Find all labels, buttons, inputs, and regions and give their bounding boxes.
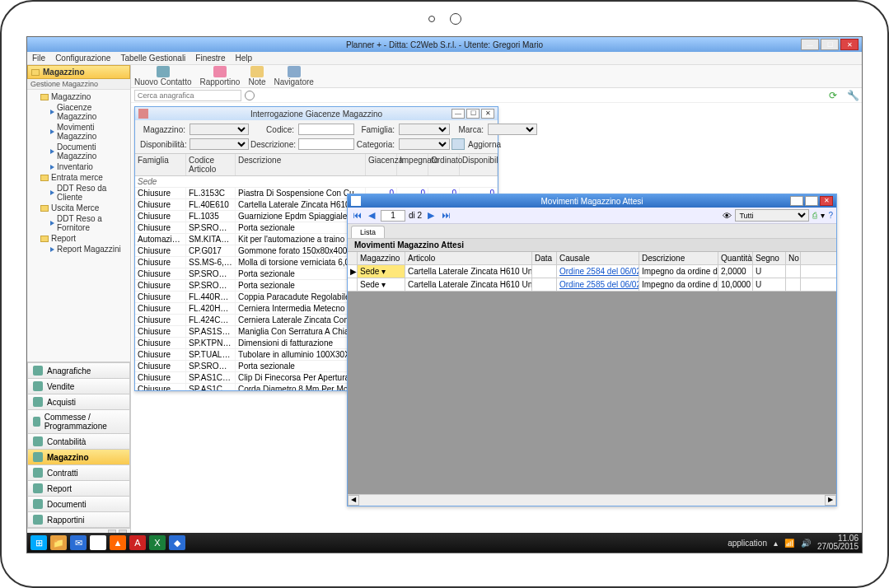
tray-icon[interactable]: ▴: [774, 539, 778, 548]
refresh-button-label[interactable]: Aggiorna: [468, 140, 501, 149]
tab-lista[interactable]: Lista: [351, 226, 385, 238]
menu-help[interactable]: Help: [235, 54, 252, 63]
menu-file[interactable]: File: [32, 54, 45, 63]
tree-node[interactable]: Movimenti Magazzino: [29, 122, 129, 142]
label-codice: Codice:: [250, 125, 297, 134]
search-input[interactable]: [134, 90, 241, 101]
module-button[interactable]: Vendite: [27, 378, 130, 394]
tree-node[interactable]: Report: [29, 233, 129, 244]
module-button[interactable]: Acquisti: [27, 394, 130, 409]
select-disponibilita[interactable]: [189, 138, 249, 150]
start-button[interactable]: ⊞: [30, 535, 47, 550]
nav-next-icon[interactable]: ▶: [425, 210, 437, 222]
scroll-left-icon[interactable]: ◀: [348, 495, 359, 506]
dialog-maximize-button[interactable]: ☐: [466, 109, 480, 119]
tree-node[interactable]: Inventario: [29, 161, 129, 172]
export-icon[interactable]: ⎙: [812, 211, 817, 220]
select-famiglia[interactable]: [399, 124, 450, 135]
module-button[interactable]: Report: [27, 480, 130, 496]
menu-config[interactable]: Configurazione: [55, 54, 110, 63]
label-marca: Marca:: [452, 125, 486, 134]
dialog-minimize-button[interactable]: —: [790, 196, 803, 206]
page-of-label: di 2: [409, 211, 422, 220]
ribbon-note[interactable]: Note: [248, 66, 265, 86]
tree-node[interactable]: DDT Reso da Cliente: [29, 183, 129, 203]
order-link[interactable]: Ordine 2584 del 06/02/2015: [557, 265, 639, 278]
label-categoria: Categoria:: [356, 140, 397, 149]
page-input[interactable]: [381, 210, 405, 222]
dialog-maximize-button[interactable]: ☐: [805, 196, 818, 206]
grid-body[interactable]: ▶Sede ▾Cartella Laterale Zincata H610 Un…: [348, 265, 836, 494]
select-categoria[interactable]: [399, 138, 450, 150]
app-icon[interactable]: ◆: [169, 535, 185, 550]
arrow-icon: [50, 129, 54, 134]
dialog-close-button[interactable]: ✕: [481, 109, 494, 119]
input-codice[interactable]: [298, 124, 354, 135]
refresh-button-icon[interactable]: [452, 138, 465, 150]
taskbar: ⊞ 📁 ✉ ◉ ▲ A X ◆ application ▴ 📶 🔊 11.06 …: [27, 533, 862, 553]
nav-prev-icon[interactable]: ◀: [366, 210, 377, 222]
menu-tables[interactable]: Tabelle Gestionali: [120, 54, 185, 63]
tree-node[interactable]: Report Magazzini: [29, 244, 129, 254]
vlc-icon[interactable]: ▲: [110, 535, 126, 550]
clock[interactable]: 11.06 27/05/2015: [817, 534, 859, 551]
tree-node[interactable]: DDT Reso a Fornitore: [29, 213, 129, 233]
settings-icon[interactable]: 🔧: [847, 90, 859, 101]
grid-header: Famiglia Codice Articolo Descrizione Gia…: [135, 154, 498, 176]
select-marca[interactable]: [488, 124, 537, 135]
module-button[interactable]: Magazzino: [27, 449, 130, 464]
module-button[interactable]: Documenti: [27, 496, 130, 511]
mail-icon[interactable]: ✉: [70, 535, 87, 550]
table-row[interactable]: Sede ▾Cartella Laterale Zincata H610 Uni…: [348, 278, 836, 292]
dialog-title: Interrogazione Giacenze Magazzino: [250, 110, 382, 119]
minimize-button[interactable]: —: [801, 39, 819, 50]
ribbon: Nuovo Contatto Rapportino Note Navigator…: [131, 65, 862, 88]
select-magazzino[interactable]: [189, 124, 249, 135]
arrow-icon: [50, 190, 54, 195]
volume-icon[interactable]: 🔊: [801, 539, 811, 548]
module-button[interactable]: Contabilità: [27, 433, 130, 449]
menu-windows[interactable]: Finestre: [195, 54, 225, 63]
filter-select[interactable]: Tutti: [735, 209, 809, 222]
module-button[interactable]: Commesse / Programmazione: [27, 409, 130, 433]
tree-node[interactable]: Magazzino: [29, 91, 129, 102]
sidebar-subtitle: Gestione Magazzino: [27, 79, 130, 90]
search-icon[interactable]: [245, 91, 255, 100]
close-button[interactable]: ✕: [840, 39, 859, 50]
grid-group-row[interactable]: Sede: [135, 176, 498, 188]
tree-node[interactable]: Uscita Merce: [29, 203, 129, 213]
input-descrizione[interactable]: [298, 138, 354, 150]
explorer-icon[interactable]: 📁: [50, 535, 67, 550]
ribbon-new-contact[interactable]: Nuovo Contatto: [134, 66, 192, 86]
nav-first-icon[interactable]: ⏮: [351, 210, 363, 222]
module-button[interactable]: Anagrafiche: [27, 362, 130, 378]
dialog-minimize-button[interactable]: —: [452, 109, 465, 119]
order-link[interactable]: Ordine 2585 del 06/02/2015: [557, 278, 639, 291]
folder-icon: [40, 175, 49, 181]
maximize-button[interactable]: ☐: [821, 39, 839, 50]
folder-icon: [40, 94, 49, 100]
tree-node[interactable]: Documenti Magazzino: [29, 142, 129, 161]
gear-icon[interactable]: ▾: [821, 211, 825, 220]
excel-icon[interactable]: X: [149, 535, 166, 550]
taskbar-app-label[interactable]: application: [728, 539, 767, 548]
dialog-close-button[interactable]: ✕: [820, 196, 833, 206]
ribbon-rapportino[interactable]: Rapportino: [200, 66, 241, 86]
nav-last-icon[interactable]: ⏭: [440, 210, 452, 222]
dialog-icon: [351, 196, 361, 206]
arrow-icon: [50, 165, 54, 170]
ribbon-navigator[interactable]: Navigatore: [274, 66, 314, 86]
refresh-icon[interactable]: ⟳: [827, 90, 839, 101]
module-button[interactable]: Rapportini: [27, 511, 130, 528]
tree-node[interactable]: Giacenze Magazzino: [29, 102, 129, 122]
module-button[interactable]: Contratti: [27, 464, 130, 480]
filter-icon[interactable]: 👁: [723, 211, 732, 221]
pdf-icon[interactable]: A: [129, 535, 146, 550]
network-icon[interactable]: 📶: [784, 539, 794, 548]
chrome-icon[interactable]: ◉: [90, 535, 106, 550]
tree-node[interactable]: Entrata merce: [29, 172, 129, 183]
scroll-right-icon[interactable]: ▶: [825, 495, 836, 506]
help-icon[interactable]: ?: [828, 211, 833, 220]
menu-bar: File Configurazione Tabelle Gestionali F…: [27, 52, 862, 65]
table-row[interactable]: ▶Sede ▾Cartella Laterale Zincata H610 Un…: [348, 265, 836, 278]
